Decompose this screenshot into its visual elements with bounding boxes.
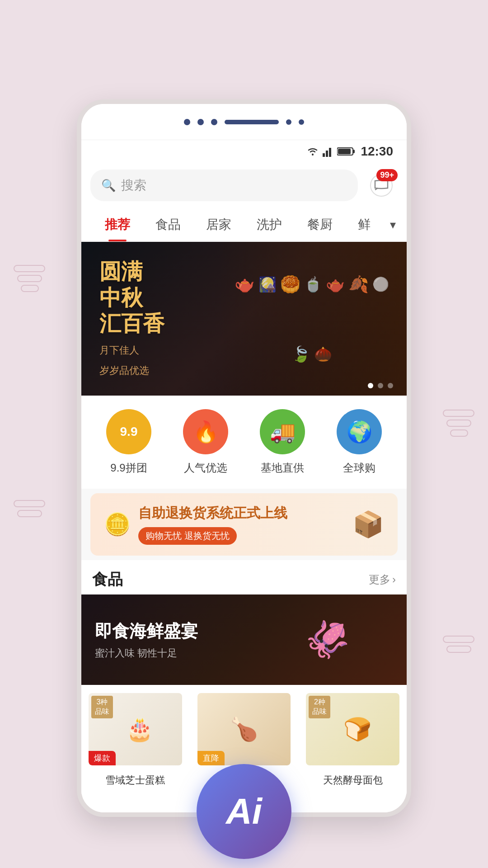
banner-dot-1	[368, 383, 373, 388]
quick-item-direct[interactable]: 🚚 基地直供	[260, 409, 305, 475]
cat-item-recommend[interactable]: 推荐	[92, 208, 143, 241]
cat-item-care[interactable]: 洗护	[244, 208, 295, 241]
status-icons	[306, 146, 355, 157]
message-badge: 99+	[376, 169, 398, 181]
quick-item-popular[interactable]: 🔥 人气优选	[183, 409, 228, 475]
phone-frame: 12:30 🔍 搜索 99+ 推荐	[77, 99, 411, 817]
food-banner[interactable]: 🦑 即食海鲜盛宴 蜜汁入味 韧性十足	[81, 594, 407, 685]
bezel-dot-3	[211, 119, 217, 125]
food-section-header: 食品 更多 ›	[81, 560, 407, 594]
chevron-down-icon: ▾	[390, 218, 396, 232]
quick-label-popular: 人气优选	[184, 461, 227, 475]
category-nav: 推荐 食品 居家 洗护 餐厨 鲜 ▾	[81, 208, 407, 242]
food-banner-title: 即食海鲜盛宴	[95, 620, 198, 643]
right-decoration-2	[443, 633, 474, 656]
svg-rect-3	[329, 148, 331, 157]
product-image-3: 2种品味 🍞	[306, 693, 399, 765]
ai-label: Ai	[226, 791, 262, 832]
search-input-wrap[interactable]: 🔍 搜索	[90, 170, 358, 201]
cat-item-food[interactable]: 食品	[143, 208, 193, 241]
quick-links: 9.9 9.9拼团 🔥 人气优选 🚚 基地直供 🌍 全球购	[81, 396, 407, 489]
food-section-title: 食品	[92, 569, 123, 590]
svg-point-0	[312, 154, 314, 156]
phone-screen: 12:30 🔍 搜索 99+ 推荐	[81, 140, 407, 794]
search-placeholder: 搜索	[121, 177, 146, 194]
cat-more[interactable]: ▾	[390, 218, 396, 232]
bezel-dot-4	[286, 119, 291, 125]
product-badge-1: 爆款	[89, 751, 116, 765]
phone-top-bezel	[81, 104, 407, 140]
promo-text: 自助退换货系统正式上线 购物无忧 退换货无忧	[138, 504, 352, 545]
product-name-1: 雪域芝士蛋糕	[105, 774, 165, 787]
product-name-3: 天然酵母面包	[323, 774, 383, 787]
cat-item-kitchen[interactable]: 餐厨	[295, 208, 345, 241]
svg-rect-2	[326, 151, 328, 157]
quick-item-group[interactable]: 9.9 9.9拼团	[106, 409, 151, 475]
product-badge-2: 直降	[197, 751, 225, 765]
promo-sub-badge: 购物无忧 退换货无忧	[138, 527, 237, 545]
promo-banner[interactable]: 🪙 自助退换货系统正式上线 购物无忧 退换货无忧 📦	[90, 493, 398, 556]
quick-label-group: 9.9拼团	[110, 461, 147, 475]
product-image-2: 🍗 直降	[197, 693, 291, 765]
banner-main-text-3: 汇百香	[99, 311, 164, 337]
status-bar: 12:30	[81, 140, 407, 163]
quick-icon-direct: 🚚	[260, 409, 305, 454]
banner-sub-1: 月下佳人	[99, 342, 164, 358]
banner-dots	[368, 383, 393, 388]
left-decoration-2	[14, 497, 45, 520]
search-icon: 🔍	[101, 179, 116, 193]
search-bar: 🔍 搜索 99+	[81, 163, 407, 208]
svg-rect-1	[323, 153, 325, 157]
svg-rect-5	[353, 150, 355, 153]
cat-item-home[interactable]: 居家	[193, 208, 244, 241]
banner-text: 圆满 中秋 汇百香 月下佳人 岁岁品优选	[99, 259, 164, 378]
quick-icon-global: 🌍	[337, 409, 382, 454]
main-banner[interactable]: 🫖 🎑 🥮 🍵 🫖 🍂 ⚪ 🍃 🌰 圆满 中秋 汇百香 月下佳人	[81, 242, 407, 396]
banner-sub-2: 岁岁品优选	[99, 363, 164, 378]
quick-icon-group: 9.9	[106, 409, 151, 454]
promo-title: 自助退换货系统正式上线	[138, 504, 352, 523]
bezel-bar	[225, 120, 279, 124]
product-image-1: 3种品味 🎂 爆款	[89, 693, 182, 765]
bezel-dot-2	[197, 119, 204, 125]
left-decoration	[14, 262, 45, 295]
wifi-icon	[306, 146, 319, 157]
message-button[interactable]: 99+	[365, 169, 398, 202]
quick-item-global[interactable]: 🌍 全球购	[337, 409, 382, 475]
status-time: 12:30	[361, 144, 393, 159]
signal-icon	[323, 146, 333, 157]
bezel-dot-5	[299, 119, 304, 125]
quick-label-direct: 基地直供	[261, 461, 304, 475]
product-item-3[interactable]: 2种品味 🍞 天然酵母面包	[299, 686, 407, 794]
food-banner-text: 即食海鲜盛宴 蜜汁入味 韧性十足	[81, 611, 211, 669]
banner-main-text: 圆满	[99, 259, 164, 285]
bezel-dot-1	[184, 119, 190, 125]
food-section-more[interactable]: 更多 ›	[369, 572, 396, 587]
quick-label-global: 全球购	[343, 461, 375, 475]
banner-dot-3	[388, 383, 393, 388]
banner-dot-2	[378, 383, 383, 388]
phone-wrapper: 12:30 🔍 搜索 99+ 推荐	[77, 99, 411, 817]
food-banner-subtitle: 蜜汁入味 韧性十足	[95, 646, 198, 660]
more-label: 更多	[369, 572, 390, 587]
cat-item-fresh[interactable]: 鲜	[345, 208, 383, 241]
svg-rect-6	[338, 149, 351, 154]
battery-icon	[337, 147, 355, 156]
ai-bubble[interactable]: Ai	[197, 764, 291, 859]
promo-coins: 🪙	[104, 512, 131, 537]
right-decoration	[443, 407, 474, 439]
product-item-1[interactable]: 3种品味 🎂 爆款 雪域芝士蛋糕	[81, 686, 189, 794]
banner-main-text-2: 中秋	[99, 285, 164, 311]
quick-icon-popular: 🔥	[183, 409, 228, 454]
chevron-right-icon: ›	[392, 573, 396, 586]
promo-box-icon: 📦	[352, 509, 384, 539]
